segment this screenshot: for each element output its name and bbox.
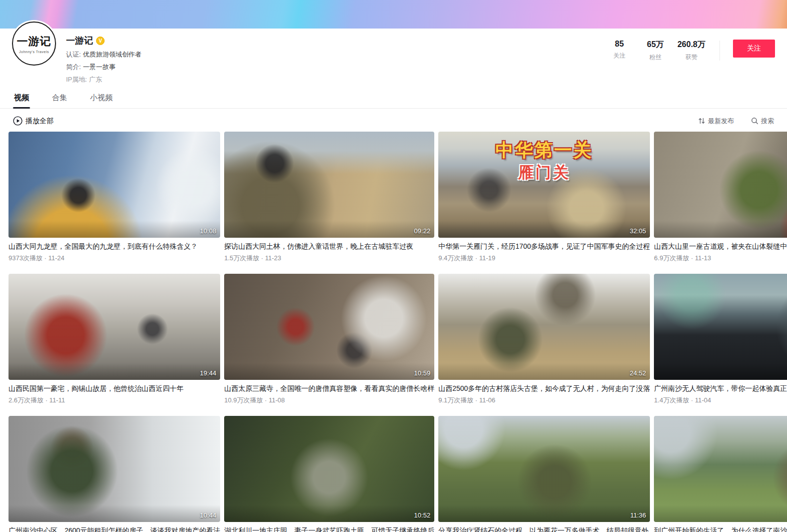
tab-合集[interactable]: 合集 xyxy=(51,89,68,108)
video-thumbnail[interactable]: 10:52 xyxy=(224,416,434,522)
video-title[interactable]: 山西2500多年的古村落店头古堡，如今成了无人村，为何走向了没落 xyxy=(438,384,650,393)
video-card[interactable]: 10:59 山西太原三藏寺，全国唯一的唐僧真容塑像，看看真实的唐僧长啥样 10.… xyxy=(224,274,434,405)
verified-badge-icon: V xyxy=(96,37,105,45)
video-thumbnail[interactable]: 19:44 xyxy=(9,274,220,380)
video-card[interactable]: 24:52 山西2500多年的古村落店头古堡，如今成了无人村，为何走向了没落 9… xyxy=(438,274,650,405)
video-duration: 09:22 xyxy=(414,227,431,235)
tab-视频[interactable]: 视频 xyxy=(13,89,30,108)
video-card[interactable]: 14:29 山西大山里一座古道观，被夹在山体裂缝中，上去顶层全靠一条铁链 6.9… xyxy=(654,132,787,263)
video-thumbnail[interactable]: 10:08 xyxy=(9,132,220,238)
video-card[interactable]: 09:22 探访山西大同土林，仿佛进入童话世界，晚上在古城驻车过夜 1.5万次播… xyxy=(224,132,434,263)
play-all-label: 播放全部 xyxy=(26,117,54,126)
video-duration: 24:52 xyxy=(630,369,646,377)
search-icon xyxy=(751,117,758,125)
video-meta: 6.9万次播放 · 11-13 xyxy=(654,254,787,263)
video-thumbnail[interactable]: 11:36 xyxy=(438,416,650,522)
video-title[interactable]: 山西大同九龙壁，全国最大的九龙壁，到底有什么特殊含义？ xyxy=(9,242,220,251)
video-title[interactable]: 广州南沙中心区，2600元能租到怎样的房子，谈谈我对房地产的看法 xyxy=(9,526,220,532)
video-card[interactable]: 10:08 山西大同九龙壁，全国最大的九龙壁，到底有什么特殊含义？ 9373次播… xyxy=(9,132,220,263)
video-thumbnail[interactable]: 14:07 xyxy=(654,416,787,522)
video-thumbnail[interactable]: 24:52 xyxy=(438,274,650,380)
video-title[interactable]: 湖北利川一地主庄园，妻子一身武艺吓跑土匪，可惜无子继承终绝后 xyxy=(224,526,434,532)
tab-小视频[interactable]: 小视频 xyxy=(89,89,114,108)
video-thumbnail[interactable]: 10:59 xyxy=(224,274,434,380)
certification-line: 认证:优质旅游领域创作者 xyxy=(66,50,142,59)
play-circle-icon xyxy=(13,116,23,126)
video-meta: 2.6万次播放 · 11-11 xyxy=(9,396,220,405)
stat-value: 85 xyxy=(605,40,633,49)
video-title[interactable]: 分享我治疗肾结石的全过程，以为要花一万多做手术，结局却很意外 xyxy=(438,526,650,532)
video-thumbnail[interactable]: 10:44 xyxy=(9,416,220,522)
video-thumbnail[interactable]: 32:05 中华第一关雁门关 xyxy=(438,132,650,238)
video-card[interactable]: 19:44 山西民国第一豪宅，阎锡山故居，他曾统治山西近四十年 2.6万次播放 … xyxy=(9,274,220,405)
tab-label: 视频 xyxy=(14,93,29,102)
profile-header: 一游记 Johnny's Travels 一游记 V 认证:优质旅游领域创作者 … xyxy=(0,29,787,84)
sort-button[interactable]: 最新发布 xyxy=(698,117,734,126)
avatar-logo-subtext: Johnny's Travels xyxy=(19,50,49,54)
sort-icon xyxy=(698,117,705,125)
stat-label: 关注 xyxy=(605,52,633,60)
stat-value: 260.8万 xyxy=(677,40,705,50)
video-duration: 10:44 xyxy=(200,511,217,519)
video-thumbnail[interactable]: 09:22 xyxy=(224,132,434,238)
profile-name: 一游记 xyxy=(66,35,93,47)
stat-item[interactable]: 260.8万 获赞 xyxy=(673,40,709,62)
stats-divider xyxy=(719,41,720,61)
video-duration: 11:36 xyxy=(630,511,646,519)
profile-banner xyxy=(0,0,787,29)
video-card[interactable]: 11:36 分享我治疗肾结石的全过程，以为要花一万多做手术，结局却很意外 5万次… xyxy=(438,416,650,532)
video-title[interactable]: 中华第一关雁门关，经历1700多场战事，见证了中国军事史的全过程 xyxy=(438,242,650,251)
video-title[interactable]: 山西大山里一座古道观，被夹在山体裂缝中，上去顶层全靠一条铁链 xyxy=(654,242,787,251)
video-meta: 9.1万次播放 · 11-06 xyxy=(438,396,650,405)
bio-line: 简介:一景一故事 xyxy=(66,63,142,72)
tab-bar: 视频 合集 小视频 xyxy=(0,89,787,109)
stat-item[interactable]: 85 关注 xyxy=(601,40,637,62)
profile-stats: 85 关注 65万 粉丝 260.8万 获赞 xyxy=(601,40,709,62)
play-all-button[interactable]: 播放全部 xyxy=(13,116,54,126)
search-label: 搜索 xyxy=(761,117,774,126)
toolbar: 播放全部 最新发布 搜索 xyxy=(0,109,787,132)
avatar[interactable]: 一游记 Johnny's Travels xyxy=(12,22,56,66)
video-card[interactable]: 14:07 到广州开始新的生活了，为什么选择了南沙？但愿能在这里安定下来 3.4… xyxy=(654,416,787,532)
video-card[interactable]: 10:52 湖北利川一地主庄园，妻子一身武艺吓跑土匪，可惜无子继承终绝后 4.8… xyxy=(224,416,434,532)
video-title[interactable]: 探访山西大同土林，仿佛进入童话世界，晚上在古城驻车过夜 xyxy=(224,242,434,251)
follow-button[interactable]: 关注 xyxy=(733,40,775,58)
search-button[interactable]: 搜索 xyxy=(751,117,774,126)
tab-label: 小视频 xyxy=(90,93,113,102)
stat-label: 粉丝 xyxy=(641,53,669,62)
stat-label: 获赞 xyxy=(677,53,705,62)
video-card[interactable]: 32:05 中华第一关雁门关 中华第一关雁门关，经历1700多场战事，见证了中国… xyxy=(438,132,650,263)
stat-item[interactable]: 65万 粉丝 xyxy=(637,40,673,62)
sort-label: 最新发布 xyxy=(708,117,734,126)
video-duration: 32:05 xyxy=(630,227,646,235)
video-meta: 10.9万次播放 · 11-08 xyxy=(224,396,434,405)
video-title[interactable]: 到广州开始新的生活了，为什么选择了南沙？但愿能在这里安定下来 xyxy=(654,526,787,532)
video-grid: 10:08 山西大同九龙壁，全国最大的九龙壁，到底有什么特殊含义？ 9373次播… xyxy=(0,132,787,532)
video-duration: 10:08 xyxy=(200,227,217,235)
avatar-logo-text: 一游记 xyxy=(17,34,52,49)
thumbnail-overlay-text: 中华第一关雁门关 xyxy=(438,139,650,182)
tab-label: 合集 xyxy=(52,93,67,102)
video-thumbnail[interactable]: 14:29 xyxy=(654,132,787,238)
video-thumbnail[interactable]: 11:58 xyxy=(654,274,787,380)
ip-location-line: IP属地:广东 xyxy=(66,75,142,84)
video-title[interactable]: 广州南沙无人驾驶汽车，带你一起体验真正的科技与狠活 xyxy=(654,384,787,393)
profile-info: 一游记 V 认证:优质旅游领域创作者 简介:一景一故事 IP属地:广东 xyxy=(66,29,142,84)
video-meta: 1.5万次播放 · 11-23 xyxy=(224,254,434,263)
video-card[interactable]: 10:44 广州南沙中心区，2600元能租到怎样的房子，谈谈我对房地产的看法 3… xyxy=(9,416,220,532)
video-duration: 19:44 xyxy=(200,369,217,377)
video-meta: 1.4万次播放 · 11-04 xyxy=(654,396,787,405)
video-duration: 10:52 xyxy=(414,511,431,519)
video-title[interactable]: 山西太原三藏寺，全国唯一的唐僧真容塑像，看看真实的唐僧长啥样 xyxy=(224,384,434,393)
stat-value: 65万 xyxy=(641,40,669,50)
video-duration: 10:59 xyxy=(414,369,431,377)
video-meta: 9373次播放 · 11-24 xyxy=(9,254,220,263)
video-meta: 9.4万次播放 · 11-19 xyxy=(438,254,650,263)
video-card[interactable]: 11:58 广州南沙无人驾驶汽车，带你一起体验真正的科技与狠活 1.4万次播放 … xyxy=(654,274,787,405)
video-title[interactable]: 山西民国第一豪宅，阎锡山故居，他曾统治山西近四十年 xyxy=(9,384,220,393)
